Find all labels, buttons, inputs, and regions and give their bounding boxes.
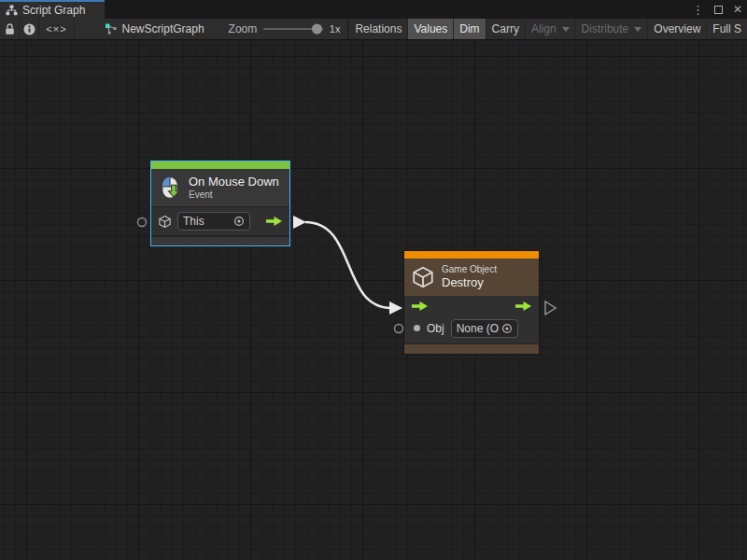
- connections-overlay: [0, 40, 747, 560]
- trigger-output-arrow-icon[interactable]: [514, 301, 532, 312]
- trigger-output-arrow-icon[interactable]: [265, 216, 283, 227]
- button-label: Full S: [712, 22, 741, 35]
- node-footer: [404, 343, 539, 354]
- graph-canvas[interactable]: On Mouse Down Event This: [0, 40, 747, 560]
- button-label: Distribute: [582, 22, 629, 35]
- overview-button[interactable]: Overview: [647, 19, 706, 39]
- relations-button[interactable]: Relations: [348, 19, 407, 39]
- info-icon: [23, 23, 35, 35]
- graph-name: NewScriptGraph: [122, 22, 204, 35]
- node-trigger-row: [404, 296, 539, 316]
- game-object-cube-icon: [411, 265, 435, 289]
- zoom-slider[interactable]: [263, 19, 323, 39]
- target-object-field[interactable]: This: [177, 212, 250, 231]
- connection-start-arrowhead[interactable]: [293, 216, 306, 229]
- close-icon[interactable]: ✕: [733, 4, 742, 15]
- value-input-port-dot[interactable]: [414, 325, 420, 331]
- button-label: Align: [531, 22, 557, 35]
- toolbar-separator: [74, 19, 75, 39]
- distribute-dropdown-button[interactable]: Distribute: [575, 19, 648, 39]
- node-category: Game Object: [442, 264, 497, 276]
- chevron-down-icon: [562, 27, 570, 32]
- connection-wire[interactable]: [305, 222, 391, 308]
- button-label: Values: [414, 22, 447, 35]
- node-body: Obj None (O: [404, 296, 539, 343]
- align-dropdown-button[interactable]: Align: [525, 19, 575, 39]
- obj-object-field[interactable]: None (O: [451, 319, 518, 338]
- node-accent-strip: [404, 251, 539, 259]
- graph-toolbar: <×> NewScriptGraph Zoom 1x Relations Val…: [0, 19, 747, 40]
- node-destroy[interactable]: Game Object Destroy Obj: [403, 250, 540, 355]
- destroy-output-triangle-port[interactable]: [545, 301, 556, 315]
- node-footer: [151, 236, 289, 245]
- graph-breadcrumb[interactable]: NewScriptGraph: [105, 19, 204, 39]
- window-tab-bar: Script Graph ⋮ ✕: [0, 0, 747, 19]
- node-on-mouse-down[interactable]: On Mouse Down Event This: [150, 161, 290, 246]
- object-picker-icon[interactable]: [501, 323, 513, 334]
- node-input-row: Obj None (O: [404, 316, 539, 340]
- loose-port-circle-on-mouse-down[interactable]: [138, 218, 147, 227]
- node-header[interactable]: On Mouse Down Event: [151, 169, 289, 206]
- inspect-code-button[interactable]: <×>: [39, 19, 73, 39]
- window-menu-icon[interactable]: ⋮: [692, 4, 704, 16]
- node-port-row: This: [151, 207, 289, 235]
- chevron-down-icon: [634, 27, 641, 32]
- button-label: Dim: [459, 22, 479, 35]
- zoom-label: Zoom: [229, 19, 258, 39]
- mouse-down-event-icon: [158, 175, 182, 200]
- zoom-slider-thumb[interactable]: [312, 24, 322, 35]
- object-picker-icon[interactable]: [233, 216, 245, 227]
- lock-icon: [5, 23, 15, 35]
- loose-port-circle-destroy-obj[interactable]: [395, 325, 403, 333]
- node-title: On Mouse Down: [189, 175, 279, 189]
- zoom-value: 1x: [330, 19, 341, 39]
- graph-network-icon: [105, 23, 117, 35]
- window-controls: ⋮ ✕: [692, 0, 742, 19]
- connection-end-arrowhead[interactable]: [389, 301, 402, 315]
- lock-button[interactable]: [0, 19, 19, 39]
- node-header[interactable]: Game Object Destroy: [404, 259, 539, 296]
- maximize-icon[interactable]: [714, 6, 723, 14]
- values-button[interactable]: Values: [407, 19, 453, 39]
- target-field-value: This: [183, 215, 204, 228]
- tab-title: Script Graph: [22, 4, 85, 17]
- button-label: Relations: [355, 22, 402, 35]
- node-subtitle: Event: [189, 189, 279, 202]
- info-button[interactable]: [20, 19, 38, 39]
- node-title: Destroy: [442, 275, 497, 290]
- trigger-input-arrow-icon[interactable]: [411, 301, 429, 312]
- carry-button[interactable]: Carry: [486, 19, 525, 39]
- code-brackets-icon: <×>: [46, 23, 66, 35]
- input-label: Obj: [427, 322, 444, 335]
- button-label: Overview: [654, 22, 700, 35]
- button-label: Carry: [492, 22, 519, 35]
- node-accent-strip: [151, 161, 289, 169]
- fullscreen-button[interactable]: Full S: [706, 19, 747, 39]
- tab-script-graph[interactable]: Script Graph: [0, 0, 105, 19]
- dim-button[interactable]: Dim: [453, 19, 485, 39]
- game-object-cube-icon: [158, 215, 172, 229]
- hierarchy-graph-icon: [6, 5, 18, 16]
- obj-field-value: None (O: [457, 322, 499, 335]
